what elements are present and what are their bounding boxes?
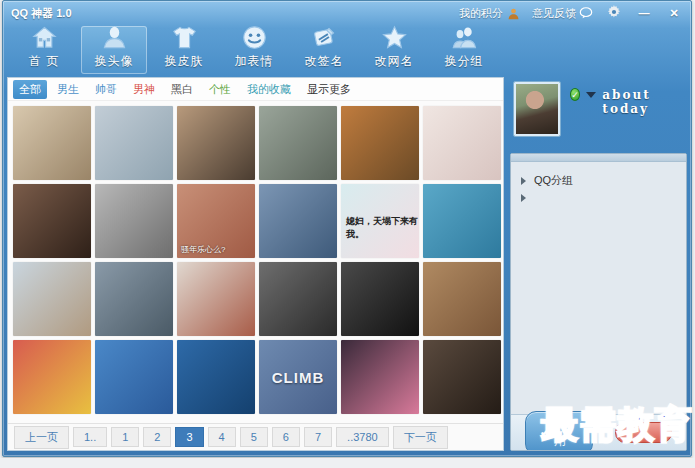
toolbar-item[interactable]: 改签名 (291, 26, 357, 74)
page-button[interactable]: 1 (111, 427, 139, 447)
gallery-photo[interactable] (259, 184, 337, 258)
gallery-photo[interactable] (95, 262, 173, 336)
gallery-photo[interactable] (177, 106, 255, 180)
page-button[interactable]: ..3780 (336, 427, 389, 447)
tree-expand-icon[interactable] (521, 177, 526, 185)
feedback-link[interactable]: 意见反馈 (532, 6, 593, 21)
filter-tab[interactable]: 个性 (203, 80, 237, 99)
toolbar-item[interactable]: 首 页 (11, 26, 77, 74)
gallery-photo[interactable] (13, 106, 91, 180)
gallery-photo[interactable] (95, 340, 173, 414)
avatar-icon (101, 24, 128, 51)
toolbar-item-label: 改签名 (305, 53, 344, 70)
window-title: QQ 神器 1.0 (11, 6, 72, 21)
page-button[interactable]: 2 (143, 427, 171, 447)
filter-tab[interactable]: 显示更多 (301, 80, 357, 99)
toolbar-item-label: 首 页 (29, 53, 59, 70)
tshirt-icon (171, 24, 198, 51)
filter-tab[interactable]: 男生 (51, 80, 85, 99)
gallery-photo[interactable] (341, 340, 419, 414)
gallery-photo[interactable] (177, 262, 255, 336)
gallery-photo[interactable] (423, 262, 501, 336)
gallery-photo[interactable] (13, 340, 91, 414)
page-button[interactable]: 上一页 (14, 426, 69, 449)
group-tree-label: QQ分组 (534, 173, 573, 188)
home-icon (31, 24, 58, 51)
gallery-photo[interactable]: 骚年乐心么? (177, 184, 255, 258)
points-person-icon (506, 6, 520, 20)
close-button[interactable]: ✕ (665, 7, 683, 20)
page-button[interactable]: 1.. (73, 427, 107, 447)
page-button[interactable]: 下一页 (393, 426, 448, 449)
gallery-photo[interactable] (423, 184, 501, 258)
chevron-down-icon[interactable] (586, 92, 596, 98)
filter-tab[interactable]: 黑白 (165, 80, 199, 99)
side-panel: ✓ about today QQ分组 (510, 77, 687, 451)
gallery-photo[interactable] (13, 184, 91, 258)
apply-button-label: 应用 (554, 416, 578, 450)
toolbar-item-label: 换头像 (95, 53, 134, 70)
toolbar-item-label: 换分组 (445, 53, 484, 70)
gallery-photo[interactable] (259, 106, 337, 180)
tree-expand-icon[interactable] (521, 194, 526, 202)
minimize-button[interactable]: — (635, 7, 653, 19)
app-window: QQ 神器 1.0 我的积分 意见反馈 — ✕ 首 页 (2, 0, 692, 457)
avatar[interactable] (514, 82, 560, 136)
photo-grid: 骚年乐心么? 媳妇，天塌下来有我。 (8, 101, 503, 423)
group-tree-item[interactable] (517, 191, 680, 205)
online-status-icon[interactable]: ✓ (570, 88, 581, 101)
toolbar-item[interactable]: 换皮肤 (151, 26, 217, 74)
page-button[interactable]: 4 (208, 427, 236, 447)
toolbar-item-label: 改网名 (375, 53, 414, 70)
apply-button[interactable]: ✔ 应用 (525, 411, 593, 452)
toolbar-item[interactable]: 换头像 (81, 26, 147, 74)
page-button[interactable]: 7 (304, 427, 332, 447)
my-points-link[interactable]: 我的积分 (459, 6, 520, 21)
check-icon: ✔ (540, 426, 550, 440)
page-button[interactable]: 5 (240, 427, 268, 447)
signature-icon (311, 24, 338, 51)
titlebar: QQ 神器 1.0 我的积分 意见反馈 — ✕ (3, 1, 691, 25)
gallery-photo[interactable] (423, 106, 501, 180)
gallery-photo[interactable] (423, 340, 501, 414)
toolbar-item[interactable]: 换分组 (431, 26, 497, 74)
gallery-photo[interactable] (95, 184, 173, 258)
secondary-action-button[interactable] (615, 422, 672, 443)
profile-status: ✓ about today (560, 82, 683, 148)
filter-tab[interactable]: 我的收藏 (241, 80, 297, 99)
gallery-photo[interactable] (13, 262, 91, 336)
pagination-bar: 上一页 1.. 1 2 3 4 5 6 7 ..3780 (8, 423, 503, 450)
groups-box-header (511, 154, 686, 162)
feedback-bubble-icon (579, 6, 593, 20)
star-icon (381, 24, 408, 51)
page-button[interactable]: 3 (175, 427, 203, 447)
gallery-photo[interactable]: 媳妇，天塌下来有我。 (341, 184, 419, 258)
gallery-photo[interactable] (341, 106, 419, 180)
action-bar: ✔ 应用 (511, 414, 686, 450)
photo-overlay-text: 骚年乐心么? (181, 244, 225, 255)
filter-tab[interactable]: 男神 (127, 80, 161, 99)
filter-tab[interactable]: 全部 (13, 80, 47, 99)
photo-overlay-text: CLIMB (259, 340, 337, 414)
profile-section: ✓ about today (510, 77, 687, 153)
groups-box: QQ分组 ✔ 应用 (510, 153, 687, 451)
desktop-background (0, 458, 695, 468)
toolbar-item[interactable]: 加表情 (221, 26, 287, 74)
gallery-photo[interactable] (341, 262, 419, 336)
filter-tab[interactable]: 帅哥 (89, 80, 123, 99)
settings-gear-icon[interactable] (605, 5, 623, 21)
signature-text: about today (602, 88, 683, 116)
toolbar-item-label: 加表情 (235, 53, 274, 70)
gallery-photo[interactable] (259, 262, 337, 336)
smiley-icon (241, 24, 268, 51)
my-points-label: 我的积分 (459, 6, 503, 21)
gallery-photo[interactable]: CLIMB (259, 340, 337, 414)
gallery-photo[interactable] (95, 106, 173, 180)
toolbar-item[interactable]: 改网名 (361, 26, 427, 74)
group-tree-item[interactable]: QQ分组 (517, 170, 680, 191)
gallery-photo[interactable] (177, 340, 255, 414)
gallery-panel: 全部 男生 帅哥 男神 黑白 个性 我的收藏 显示更多 (7, 77, 504, 451)
page-button[interactable]: 6 (272, 427, 300, 447)
feedback-label: 意见反馈 (532, 6, 576, 21)
main-area: 全部 男生 帅哥 男神 黑白 个性 我的收藏 显示更多 (7, 77, 687, 451)
